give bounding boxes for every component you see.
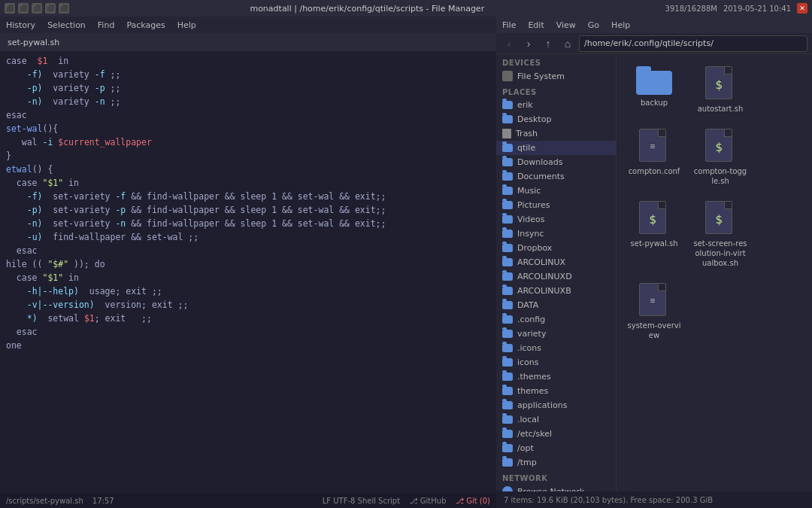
home-button[interactable]: ⌂	[559, 35, 576, 52]
sidebar-item-local[interactable]: .local	[496, 412, 616, 427]
sidebar-local-label: .local	[517, 415, 539, 424]
editor-menu-find[interactable]: Find	[98, 20, 115, 30]
file-item-set-pywal[interactable]: $ set-pywal.sh	[624, 196, 684, 272]
sidebar-item-filesystem[interactable]: File System	[496, 68, 616, 84]
folder-icon	[502, 444, 513, 452]
sidebar-item-tmp[interactable]: /tmp	[496, 455, 616, 470]
sidebar-item-arcolinuxb[interactable]: ARCOLINUXB	[496, 284, 616, 298]
sidebar-item-arcolinux[interactable]: ARCOLINUX	[496, 255, 616, 269]
editor-menu-bar: History Selection Find Packages Help	[0, 17, 496, 33]
folder-icon	[502, 458, 513, 467]
script-icon-set-pywal: $	[639, 201, 669, 236]
editor-file-path: /scripts/set-pywal.sh	[6, 497, 83, 505]
file-item-autostart[interactable]: $ autostart.sh	[690, 62, 750, 118]
fm-toolbar: ‹ › ↑ ⌂ /home/erik/.config/qtile/scripts…	[496, 33, 812, 54]
sidebar-item-documents[interactable]: Documents	[496, 169, 616, 184]
sidebar-item-dotthemes[interactable]: .themes	[496, 370, 616, 384]
sidebar-item-downloads[interactable]: Downloads	[496, 155, 616, 169]
sidebar-item-config[interactable]: .config	[496, 312, 616, 327]
up-button[interactable]: ↑	[540, 35, 556, 52]
fm-menu-edit[interactable]: Edit	[528, 20, 544, 30]
fm-menu-go[interactable]: Go	[588, 20, 599, 30]
sidebar-item-qtile[interactable]: qtile	[496, 141, 616, 155]
fm-menu-help[interactable]: Help	[611, 20, 630, 30]
code-line: etwal() {	[0, 163, 496, 176]
fm-menu-bar: File Edit View Go Help	[496, 17, 812, 33]
sidebar-item-themes[interactable]: themes	[496, 384, 616, 398]
file-item-compton-toggle[interactable]: $ compton-toggle.sh	[690, 124, 750, 190]
editor-menu-selection[interactable]: Selection	[47, 20, 86, 30]
folder-icon	[502, 358, 513, 367]
sidebar-item-opt[interactable]: /opt	[496, 441, 616, 455]
top-bar-icon-3[interactable]: ⬛	[32, 3, 42, 14]
memory-label: 3918/16288M	[665, 5, 717, 13]
sidebar-item-arcolinuxd[interactable]: ARCOLINUXD	[496, 269, 616, 284]
editor-position: 17:57	[92, 497, 114, 505]
file-item-set-screen-resolution[interactable]: $ set-screen-resolution-in-virtualbox.sh	[690, 196, 750, 272]
address-bar[interactable]: /home/erik/.config/qtile/scripts/	[579, 35, 807, 52]
editor-panel: History Selection Find Packages Help set…	[0, 17, 496, 508]
fm-menu-file[interactable]: File	[502, 20, 516, 30]
code-line: -u) find-wallpaper && set-wal ;;	[0, 230, 496, 244]
editor-menu-packages[interactable]: Packages	[126, 20, 165, 30]
file-item-backup[interactable]: backup	[624, 62, 684, 118]
code-line: esac	[0, 244, 496, 257]
sidebar-arcolinuxb-label: ARCOLINUXB	[517, 286, 571, 296]
folder-icon	[502, 330, 513, 338]
sidebar-item-variety[interactable]: variety	[496, 327, 616, 341]
fm-menu-view[interactable]: View	[556, 20, 576, 30]
sidebar-item-music[interactable]: Music	[496, 184, 616, 198]
folder-icon-backup	[636, 66, 672, 95]
editor-menu-history[interactable]: History	[6, 20, 35, 30]
editor-git[interactable]: ⎇ Git (0)	[456, 497, 491, 505]
sidebar-item-desktop[interactable]: Desktop	[496, 112, 616, 126]
editor-github[interactable]: ⎇ GitHub	[409, 497, 446, 505]
sidebar-item-doticons[interactable]: .icons	[496, 341, 616, 355]
top-bar-icon-1[interactable]: ⬛	[5, 3, 15, 14]
sidebar-item-dropbox[interactable]: Dropbox	[496, 241, 616, 255]
fm-sidebar: DEVICES File System PLACES erik Desktop …	[496, 54, 617, 491]
sidebar-music-label: Music	[517, 186, 541, 196]
editor-tab[interactable]: set-pywal.sh	[0, 33, 496, 51]
sidebar-item-applications[interactable]: applications	[496, 398, 616, 412]
code-line: case $1 in	[0, 54, 496, 68]
sidebar-item-icons[interactable]: icons	[496, 355, 616, 370]
sidebar-dropbox-label: Dropbox	[517, 243, 552, 253]
sidebar-item-data[interactable]: DATA	[496, 298, 616, 312]
folder-icon	[502, 430, 513, 438]
sidebar-insync-label: Insync	[517, 229, 544, 239]
forward-button[interactable]: ›	[520, 35, 537, 52]
file-icon-compton-conf: ≡	[639, 129, 669, 163]
code-line: -n) variety -n ;;	[0, 95, 496, 108]
sidebar-item-etcskel[interactable]: /etc/skel	[496, 427, 616, 441]
network-icon	[502, 486, 513, 491]
file-item-compton-conf[interactable]: ≡ compton.conf	[624, 124, 684, 190]
trash-icon	[502, 129, 511, 138]
script-icon-autostart: $	[705, 66, 735, 101]
filesystem-icon	[502, 71, 513, 81]
sidebar-item-videos[interactable]: Videos	[496, 212, 616, 227]
sidebar-item-pictures[interactable]: Pictures	[496, 198, 616, 212]
sidebar-item-erik[interactable]: erik	[496, 98, 616, 112]
top-bar-icon-2[interactable]: ⬛	[18, 3, 29, 14]
code-line: case "$1" in	[0, 176, 496, 190]
sidebar-item-trash[interactable]: Trash	[496, 126, 616, 141]
folder-icon	[502, 415, 513, 424]
editor-menu-help[interactable]: Help	[177, 20, 196, 30]
file-name-compton-conf: compton.conf	[629, 166, 680, 176]
editor-status-right: LF UTF-8 Shell Script ⎇ GitHub ⎇ Git (0)	[323, 497, 490, 505]
close-button[interactable]: ✕	[797, 3, 807, 14]
sidebar-trash-label: Trash	[516, 129, 538, 138]
sidebar-item-insync[interactable]: Insync	[496, 227, 616, 241]
sidebar-tmp-label: /tmp	[517, 458, 537, 467]
top-bar-icon-5[interactable]: ⬛	[59, 3, 69, 14]
top-bar-icon-4[interactable]: ⬛	[45, 3, 56, 14]
editor-status-bar: /scripts/set-pywal.sh 17:57 LF UTF-8 She…	[0, 493, 496, 508]
code-line: -n) set-variety -n && find-wallpaper && …	[0, 217, 496, 230]
folder-icon	[502, 272, 513, 281]
editor-tab-label: set-pywal.sh	[8, 38, 59, 47]
sidebar-item-browse-network[interactable]: Browse Network	[496, 484, 616, 491]
back-button[interactable]: ‹	[501, 35, 517, 52]
file-item-system-overview[interactable]: ≡ system-overview	[624, 278, 684, 345]
folder-icon	[502, 301, 513, 309]
